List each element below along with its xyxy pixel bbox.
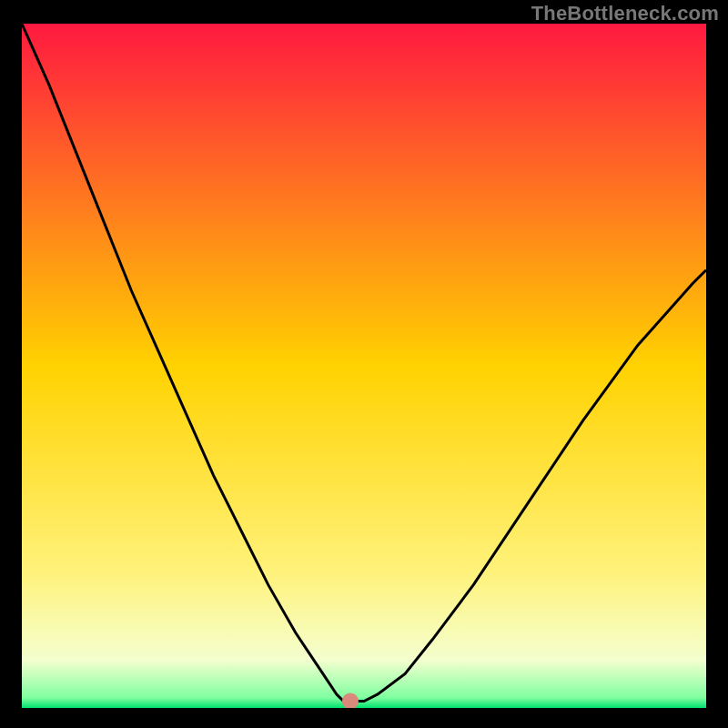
chart-background xyxy=(22,24,706,708)
chart-frame: TheBottleneck.com xyxy=(0,0,728,728)
plot-area xyxy=(22,24,706,708)
watermark-text: TheBottleneck.com xyxy=(531,2,719,25)
chart-svg xyxy=(22,24,706,708)
